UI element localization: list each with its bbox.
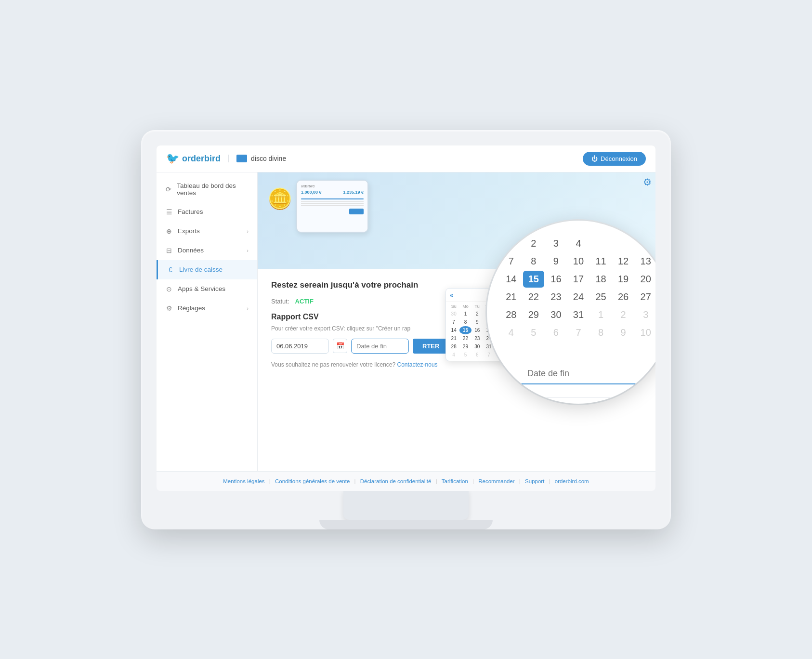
large-cal-day[interactable]: 10 (635, 324, 655, 341)
venue-icon (236, 155, 247, 162)
sidebar-item-reglages[interactable]: ⚙ Réglages › (157, 299, 257, 318)
large-cal-day-today[interactable]: 15 (523, 271, 545, 288)
footer-link-cgv[interactable]: Conditions générales de vente (275, 478, 350, 484)
sidebar-label-factures: Factures (178, 208, 203, 215)
tablet-graphic: orderbird 1.000,00 € 1.235.19 € (296, 180, 368, 233)
large-cal-day[interactable]: 10 (568, 253, 589, 270)
export-button[interactable]: RTER (413, 339, 449, 354)
large-cal-day[interactable]: 29 (523, 306, 545, 323)
licence-link-label: Contactez-nous (397, 361, 438, 368)
settings-icon-topright[interactable]: ⚙ (643, 176, 652, 188)
cal-day[interactable]: 8 (459, 318, 471, 326)
licence-link[interactable]: Contactez-nous (397, 361, 438, 368)
cal-day[interactable]: 22 (459, 334, 471, 343)
sidebar-item-livre-de-caisse[interactable]: € Livre de caisse (157, 260, 257, 279)
large-cal-day[interactable]: 6 (545, 324, 567, 341)
large-cal-day[interactable]: 21 (500, 289, 522, 305)
cal-day[interactable]: 9 (471, 318, 483, 326)
large-cal-day[interactable]: 1 (590, 306, 612, 323)
large-cal-day[interactable]: 26 (613, 289, 634, 305)
large-cal-day[interactable]: 3 (635, 306, 655, 323)
deconnexion-button[interactable]: ⏻ Déconnexion (583, 152, 646, 166)
cal-day[interactable]: 4 (448, 351, 459, 359)
large-cal-day[interactable]: 22 (523, 289, 545, 305)
cal-day[interactable]: 2 (471, 310, 483, 318)
cal-day[interactable]: 28 (448, 343, 459, 351)
large-cal-day[interactable]: 5 (523, 324, 545, 341)
large-cal-day[interactable]: 18 (590, 271, 612, 288)
app-body: ⟳ Tableau de bord des ventes ☰ Factures … (157, 172, 655, 471)
large-cal-day[interactable]: 7 (568, 324, 589, 341)
large-cal-day[interactable]: 20 (635, 271, 655, 288)
tablet-label: orderbird (301, 185, 314, 188)
livre-icon: € (167, 266, 174, 274)
large-cal-day[interactable]: 9 (613, 324, 634, 341)
large-cal-day[interactable]: 17 (568, 271, 589, 288)
large-cal-day[interactable]: 3 (545, 235, 567, 252)
large-cal-day[interactable]: 27 (635, 289, 655, 305)
large-cal-day[interactable]: 8 (523, 253, 545, 270)
large-cal-day[interactable]: 19 (613, 271, 634, 288)
cal-day[interactable]: 30 (471, 343, 483, 351)
large-cal-day[interactable]: 2 (613, 306, 634, 323)
large-cal-day[interactable]: 23 (545, 289, 567, 305)
large-cal-day[interactable]: 25 (590, 289, 612, 305)
large-cal-day[interactable]: 24 (568, 289, 589, 305)
cal-day[interactable]: 7 (448, 318, 459, 326)
sidebar-label-apps: Apps & Services (178, 285, 225, 292)
tablet-line-2 (301, 203, 364, 204)
large-cal-day[interactable]: 11 (590, 253, 612, 270)
large-cal-day[interactable]: 9 (545, 253, 567, 270)
cal-day[interactable]: 6 (471, 351, 483, 359)
date-start-input[interactable] (271, 339, 329, 354)
cal-day[interactable]: 16 (471, 326, 483, 334)
footer-link-orderbird[interactable]: orderbird.com (555, 478, 589, 484)
cal-day[interactable]: 30 (448, 310, 459, 318)
footer-link-mentions[interactable]: Mentions légales (223, 478, 264, 484)
chevron-right-icon-3: › (247, 305, 249, 311)
large-cal-day[interactable] (613, 235, 634, 252)
cal-day[interactable]: 14 (448, 326, 459, 334)
date-end-input[interactable] (351, 339, 409, 354)
cal-day[interactable]: 23 (471, 334, 483, 343)
cal-day[interactable]: 5 (459, 351, 471, 359)
sidebar-label-reglages: Réglages (178, 304, 205, 312)
cal-day[interactable]: 7 (483, 351, 495, 359)
cal-day[interactable]: 21 (448, 334, 459, 343)
sidebar-item-factures[interactable]: ☰ Factures (157, 202, 257, 222)
large-cal-day[interactable]: 4 (568, 235, 589, 252)
factures-icon: ☰ (165, 208, 173, 216)
cal-prev-button[interactable]: « (450, 291, 453, 299)
zoom-date-input[interactable] (521, 364, 636, 384)
large-cal-day[interactable]: 12 (613, 253, 634, 270)
large-cal-day[interactable]: 28 (500, 306, 522, 323)
large-cal-day[interactable]: 30 (545, 306, 567, 323)
large-cal-day[interactable]: 31 (568, 306, 589, 323)
large-cal-day[interactable]: 16 (545, 271, 567, 288)
sidebar-item-donnees[interactable]: ⊟ Données › (157, 241, 257, 260)
sidebar-item-tableau-de-bord[interactable]: ⟳ Tableau de bord des ventes (157, 176, 257, 202)
large-cal-day[interactable]: 8 (590, 324, 612, 341)
cal-day-today[interactable]: 15 (459, 326, 471, 334)
power-icon: ⏻ (591, 155, 598, 162)
tablet-line-1 (301, 201, 364, 202)
large-cal-day[interactable] (590, 235, 612, 252)
footer-link-support[interactable]: Support (525, 478, 544, 484)
deconnexion-label: Déconnexion (601, 155, 637, 162)
cal-day[interactable]: 1 (459, 310, 471, 318)
footer-link-tarification[interactable]: Tarification (442, 478, 468, 484)
exports-icon: ⊕ (165, 227, 173, 235)
large-cal-day[interactable]: 4 (500, 324, 522, 341)
donnees-icon: ⊟ (165, 247, 173, 254)
sidebar-item-apps-services[interactable]: ⊙ Apps & Services (157, 279, 257, 299)
app-footer: Mentions légales | Conditions générales … (157, 471, 655, 491)
cal-day[interactable]: 29 (459, 343, 471, 351)
large-cal-day[interactable]: 14 (500, 271, 522, 288)
footer-link-confidentialite[interactable]: Déclaration de confidentialité (360, 478, 432, 484)
apps-icon: ⊙ (165, 285, 173, 293)
calendar-icon-button[interactable]: 📅 (333, 339, 347, 353)
sidebar-item-exports[interactable]: ⊕ Exports › (157, 222, 257, 241)
footer-link-recommander[interactable]: Recommander (478, 478, 514, 484)
large-cal-day[interactable]: 2 (523, 235, 545, 252)
sidebar: ⟳ Tableau de bord des ventes ☰ Factures … (157, 172, 258, 471)
